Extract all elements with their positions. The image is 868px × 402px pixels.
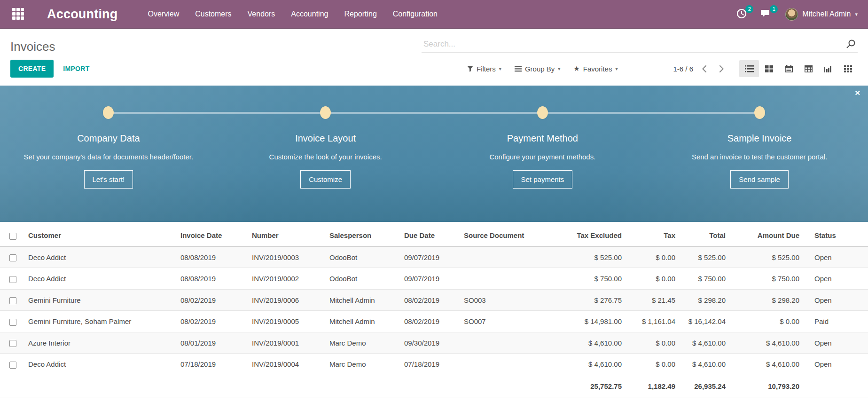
activity-clock-icon[interactable]: 2 <box>736 8 749 20</box>
step-description: Send an invoice to test the customer por… <box>692 151 828 162</box>
pager-previous-icon[interactable] <box>702 65 707 73</box>
import-button[interactable]: IMPORT <box>63 65 89 72</box>
step-title: Sample Invoice <box>727 133 792 144</box>
create-button[interactable]: CREATE <box>10 60 54 78</box>
filter-funnel-icon <box>467 66 473 72</box>
accounting-app-screen: Accounting Overview Customers Vendors Ac… <box>0 0 868 402</box>
row-checkbox[interactable] <box>0 332 20 354</box>
table-row[interactable]: Gemini Furniture, Soham Palmer 08/02/201… <box>0 311 868 332</box>
groupby-dropdown[interactable]: Group By ▾ <box>515 65 560 73</box>
user-menu[interactable]: Mitchell Admin ▾ <box>785 8 858 21</box>
group-by-icon <box>515 66 522 72</box>
row-checkbox[interactable] <box>0 246 20 268</box>
status-badge: Open <box>806 268 868 290</box>
col-salesperson[interactable]: Salesperson <box>321 224 396 246</box>
table-row[interactable]: Gemini Furniture 08/02/2019 INV/2019/000… <box>0 289 868 311</box>
search-icon[interactable] <box>846 39 856 49</box>
row-checkbox[interactable] <box>0 289 20 311</box>
onboarding-steps: Company Data Set your company's data for… <box>0 86 868 189</box>
menu-vendors[interactable]: Vendors <box>248 10 275 18</box>
table-row[interactable]: Deco Addict 08/08/2019 INV/2019/0002 Odo… <box>0 268 868 290</box>
graph-view-icon[interactable] <box>818 60 838 77</box>
filters-dropdown[interactable]: Filters ▾ <box>467 65 501 73</box>
row-checkbox[interactable] <box>0 354 20 375</box>
menu-customers[interactable]: Customers <box>195 10 231 18</box>
select-all-checkbox[interactable] <box>0 224 20 246</box>
table-row[interactable]: Azure Interior 08/01/2019 INV/2019/0001 … <box>0 332 868 354</box>
menu-accounting[interactable]: Accounting <box>291 10 328 18</box>
favorites-dropdown[interactable]: ★ Favorites ▾ <box>573 64 618 73</box>
col-total[interactable]: Total <box>682 224 732 246</box>
view-switcher <box>739 60 858 77</box>
col-amount-due[interactable]: Amount Due <box>732 224 806 246</box>
total-tax-excluded: 25,752.75 <box>534 375 628 397</box>
search-options: Filters ▾ Group By ▾ ★ Favorites ▾ 1-6 /… <box>467 60 858 77</box>
activity-count-badge: 2 <box>745 5 753 13</box>
step-dot <box>754 106 765 119</box>
lets-start-button[interactable]: Let's start! <box>84 170 133 189</box>
step-dot <box>320 106 331 119</box>
chevron-down-icon: ▾ <box>558 66 560 71</box>
send-sample-button[interactable]: Send sample <box>730 170 789 189</box>
status-badge: Paid <box>806 311 868 332</box>
pager: 1-6 / 6 <box>673 65 724 73</box>
chevron-down-icon: ▾ <box>499 66 501 71</box>
total-tax: 1,182.49 <box>628 375 682 397</box>
step-title: Invoice Layout <box>295 133 356 144</box>
status-badge: Open <box>806 332 868 354</box>
col-source-document[interactable]: Source Document <box>455 224 534 246</box>
status-badge: Open <box>806 354 868 375</box>
search-input[interactable] <box>423 39 846 49</box>
menu-reporting[interactable]: Reporting <box>344 10 376 18</box>
apps-menu-icon[interactable] <box>12 8 24 20</box>
activity-view-icon[interactable] <box>838 60 858 77</box>
invoice-list: Customer Invoice Date Number Salesperson… <box>0 224 868 397</box>
onboarding-banner: ✕ Company Data Set your company's data f… <box>0 86 868 222</box>
systray: 2 1 Mitchell Admin ▾ <box>736 8 858 21</box>
row-checkbox[interactable] <box>0 311 20 332</box>
app-title: Accounting <box>47 7 118 22</box>
pager-next-icon[interactable] <box>719 65 724 73</box>
user-name: Mitchell Admin <box>802 10 851 18</box>
chevron-down-icon: ▾ <box>615 66 618 71</box>
pager-range: 1-6 / 6 <box>673 65 693 73</box>
table-header-row: Customer Invoice Date Number Salesperson… <box>0 224 868 246</box>
messages-icon[interactable]: 1 <box>761 8 773 20</box>
control-panel-buttons: CREATE IMPORT Filters ▾ Group By ▾ ★ Fav… <box>0 53 868 79</box>
chevron-down-icon: ▾ <box>855 11 858 17</box>
table-row[interactable]: Deco Addict 08/08/2019 INV/2019/0003 Odo… <box>0 246 868 268</box>
col-invoice-date[interactable]: Invoice Date <box>172 224 243 246</box>
step-dot <box>537 106 548 119</box>
col-status[interactable]: Status <box>806 224 868 246</box>
menu-overview[interactable]: Overview <box>148 10 180 18</box>
list-view-icon[interactable] <box>739 60 759 77</box>
message-count-badge: 1 <box>770 5 778 13</box>
col-due-date[interactable]: Due Date <box>396 224 455 246</box>
totals-row: 25,752.75 1,182.49 26,935.24 10,793.20 <box>0 375 868 397</box>
main-menu: Overview Customers Vendors Accounting Re… <box>148 10 438 18</box>
search-bar <box>422 39 858 53</box>
step-description: Customize the look of your invoices. <box>269 151 382 162</box>
customize-button[interactable]: Customize <box>300 170 351 189</box>
col-tax-excluded[interactable]: Tax Excluded <box>534 224 628 246</box>
col-customer[interactable]: Customer <box>20 224 172 246</box>
row-checkbox[interactable] <box>0 268 20 290</box>
step-dot <box>103 106 114 119</box>
status-badge: Open <box>806 289 868 311</box>
calendar-view-icon[interactable] <box>779 60 798 77</box>
star-icon: ★ <box>573 64 579 73</box>
col-number[interactable]: Number <box>243 224 321 246</box>
user-avatar <box>785 8 798 21</box>
kanban-view-icon[interactable] <box>759 60 779 77</box>
step-invoice-layout: Invoice Layout Customize the look of you… <box>217 106 434 189</box>
page-title: Invoices <box>10 40 55 53</box>
menu-configuration[interactable]: Configuration <box>393 10 438 18</box>
step-description: Configure your payment methods. <box>489 151 595 162</box>
step-title: Payment Method <box>507 133 578 144</box>
control-panel-top: Invoices <box>0 29 868 53</box>
top-navbar: Accounting Overview Customers Vendors Ac… <box>0 0 868 29</box>
col-tax[interactable]: Tax <box>628 224 682 246</box>
table-row[interactable]: Deco Addict 07/18/2019 INV/2019/0004 Mar… <box>0 354 868 375</box>
set-payments-button[interactable]: Set payments <box>513 170 573 189</box>
pivot-view-icon[interactable] <box>798 60 818 77</box>
